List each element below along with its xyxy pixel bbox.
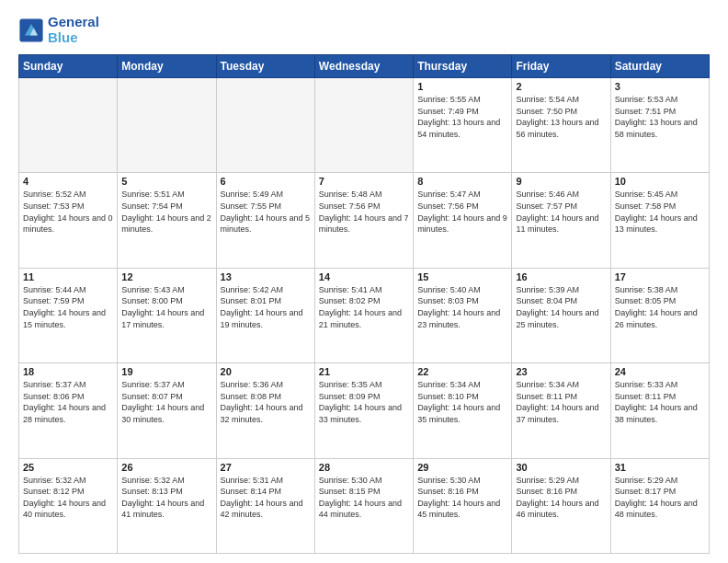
cell-day-number: 17: [615, 271, 705, 282]
cell-info: Sunrise: 5:54 AMSunset: 7:50 PMDaylight:…: [516, 94, 606, 140]
calendar-cell: 10Sunrise: 5:45 AMSunset: 7:58 PMDayligh…: [610, 173, 709, 268]
cell-info: Sunrise: 5:32 AMSunset: 8:12 PMDaylight:…: [23, 475, 113, 521]
calendar-cell: 15Sunrise: 5:40 AMSunset: 8:03 PMDayligh…: [414, 268, 512, 362]
cell-info: Sunrise: 5:44 AMSunset: 7:59 PMDaylight:…: [23, 284, 113, 330]
cell-info: Sunrise: 5:46 AMSunset: 7:57 PMDaylight:…: [516, 189, 606, 235]
cell-day-number: 18: [23, 366, 113, 377]
calendar-cell: 12Sunrise: 5:43 AMSunset: 8:00 PMDayligh…: [118, 268, 216, 362]
cell-day-number: 11: [23, 271, 113, 282]
calendar-cell: 25Sunrise: 5:32 AMSunset: 8:12 PMDayligh…: [19, 458, 118, 553]
cell-info: Sunrise: 5:47 AMSunset: 7:56 PMDaylight:…: [417, 189, 507, 235]
cell-info: Sunrise: 5:52 AMSunset: 7:53 PMDaylight:…: [23, 189, 113, 235]
cell-info: Sunrise: 5:29 AMSunset: 8:16 PMDaylight:…: [516, 475, 606, 521]
calendar-cell: 22Sunrise: 5:34 AMSunset: 8:10 PMDayligh…: [414, 363, 512, 458]
cell-day-number: 19: [121, 366, 211, 377]
cell-info: Sunrise: 5:30 AMSunset: 8:16 PMDaylight:…: [417, 475, 507, 521]
calendar-cell: 19Sunrise: 5:37 AMSunset: 8:07 PMDayligh…: [118, 363, 216, 458]
calendar-cell: 28Sunrise: 5:30 AMSunset: 8:15 PMDayligh…: [314, 458, 413, 553]
calendar-cell: 17Sunrise: 5:38 AMSunset: 8:05 PMDayligh…: [610, 268, 709, 362]
calendar-cell: 9Sunrise: 5:46 AMSunset: 7:57 PMDaylight…: [512, 173, 610, 268]
col-header-tuesday: Tuesday: [216, 55, 314, 78]
cell-info: Sunrise: 5:51 AMSunset: 7:54 PMDaylight:…: [121, 189, 211, 235]
calendar-week-3: 11Sunrise: 5:44 AMSunset: 7:59 PMDayligh…: [19, 268, 710, 362]
calendar-cell: 26Sunrise: 5:32 AMSunset: 8:13 PMDayligh…: [118, 458, 216, 553]
cell-day-number: 15: [417, 271, 507, 282]
cell-day-number: 27: [221, 462, 311, 473]
calendar-cell: 6Sunrise: 5:49 AMSunset: 7:55 PMDaylight…: [216, 173, 314, 268]
header: General Blue: [18, 15, 710, 45]
cell-day-number: 28: [319, 462, 409, 473]
cell-info: Sunrise: 5:43 AMSunset: 8:00 PMDaylight:…: [121, 284, 211, 330]
calendar-cell: 30Sunrise: 5:29 AMSunset: 8:16 PMDayligh…: [512, 458, 610, 553]
calendar-cell: [19, 78, 118, 173]
cell-day-number: 30: [516, 462, 606, 473]
calendar-cell: 16Sunrise: 5:39 AMSunset: 8:04 PMDayligh…: [512, 268, 610, 362]
calendar-week-2: 4Sunrise: 5:52 AMSunset: 7:53 PMDaylight…: [19, 173, 710, 268]
cell-day-number: 5: [121, 176, 211, 187]
calendar-week-1: 1Sunrise: 5:55 AMSunset: 7:49 PMDaylight…: [19, 78, 710, 173]
cell-info: Sunrise: 5:42 AMSunset: 8:01 PMDaylight:…: [221, 284, 311, 330]
cell-info: Sunrise: 5:31 AMSunset: 8:14 PMDaylight:…: [221, 475, 311, 521]
cell-day-number: 21: [319, 366, 409, 377]
cell-day-number: 1: [417, 81, 507, 92]
calendar-cell: 31Sunrise: 5:29 AMSunset: 8:17 PMDayligh…: [610, 458, 709, 553]
cell-day-number: 3: [615, 81, 705, 92]
cell-info: Sunrise: 5:55 AMSunset: 7:49 PMDaylight:…: [417, 94, 507, 140]
calendar-cell: [314, 78, 413, 173]
col-header-monday: Monday: [118, 55, 216, 78]
cell-info: Sunrise: 5:34 AMSunset: 8:11 PMDaylight:…: [516, 379, 606, 425]
calendar-cell: [216, 78, 314, 173]
cell-day-number: 23: [516, 366, 606, 377]
calendar-cell: 2Sunrise: 5:54 AMSunset: 7:50 PMDaylight…: [512, 78, 610, 173]
cell-info: Sunrise: 5:32 AMSunset: 8:13 PMDaylight:…: [121, 475, 211, 521]
cell-day-number: 31: [615, 462, 705, 473]
calendar-cell: 20Sunrise: 5:36 AMSunset: 8:08 PMDayligh…: [216, 363, 314, 458]
calendar-cell: 4Sunrise: 5:52 AMSunset: 7:53 PMDaylight…: [19, 173, 118, 268]
col-header-thursday: Thursday: [414, 55, 512, 78]
cell-day-number: 8: [417, 176, 507, 187]
cell-day-number: 20: [221, 366, 311, 377]
calendar-cell: 8Sunrise: 5:47 AMSunset: 7:56 PMDaylight…: [414, 173, 512, 268]
calendar-cell: 5Sunrise: 5:51 AMSunset: 7:54 PMDaylight…: [118, 173, 216, 268]
col-header-saturday: Saturday: [610, 55, 709, 78]
cell-day-number: 26: [121, 462, 211, 473]
calendar-cell: 3Sunrise: 5:53 AMSunset: 7:51 PMDaylight…: [610, 78, 709, 173]
cell-info: Sunrise: 5:48 AMSunset: 7:56 PMDaylight:…: [319, 189, 409, 235]
cell-day-number: 25: [23, 462, 113, 473]
cell-info: Sunrise: 5:39 AMSunset: 8:04 PMDaylight:…: [516, 284, 606, 330]
cell-info: Sunrise: 5:49 AMSunset: 7:55 PMDaylight:…: [221, 189, 311, 235]
logo-icon: [18, 17, 44, 43]
calendar-table: SundayMondayTuesdayWednesdayThursdayFrid…: [18, 54, 710, 554]
calendar-cell: 13Sunrise: 5:42 AMSunset: 8:01 PMDayligh…: [216, 268, 314, 362]
logo-text: General Blue: [48, 15, 99, 45]
cell-info: Sunrise: 5:35 AMSunset: 8:09 PMDaylight:…: [319, 379, 409, 425]
cell-day-number: 7: [319, 176, 409, 187]
cell-info: Sunrise: 5:37 AMSunset: 8:06 PMDaylight:…: [23, 379, 113, 425]
cell-day-number: 6: [221, 176, 311, 187]
calendar-cell: 14Sunrise: 5:41 AMSunset: 8:02 PMDayligh…: [314, 268, 413, 362]
calendar-cell: 21Sunrise: 5:35 AMSunset: 8:09 PMDayligh…: [314, 363, 413, 458]
cell-info: Sunrise: 5:34 AMSunset: 8:10 PMDaylight:…: [417, 379, 507, 425]
logo: General Blue: [18, 15, 99, 45]
col-header-friday: Friday: [512, 55, 610, 78]
cell-day-number: 29: [417, 462, 507, 473]
calendar-cell: 27Sunrise: 5:31 AMSunset: 8:14 PMDayligh…: [216, 458, 314, 553]
calendar-cell: 24Sunrise: 5:33 AMSunset: 8:11 PMDayligh…: [610, 363, 709, 458]
cell-info: Sunrise: 5:38 AMSunset: 8:05 PMDaylight:…: [615, 284, 705, 330]
calendar-cell: [118, 78, 216, 173]
cell-info: Sunrise: 5:41 AMSunset: 8:02 PMDaylight:…: [319, 284, 409, 330]
calendar-cell: 1Sunrise: 5:55 AMSunset: 7:49 PMDaylight…: [414, 78, 512, 173]
cell-info: Sunrise: 5:36 AMSunset: 8:08 PMDaylight:…: [221, 379, 311, 425]
col-header-wednesday: Wednesday: [314, 55, 413, 78]
calendar-cell: 29Sunrise: 5:30 AMSunset: 8:16 PMDayligh…: [414, 458, 512, 553]
cell-info: Sunrise: 5:37 AMSunset: 8:07 PMDaylight:…: [121, 379, 211, 425]
cell-day-number: 10: [615, 176, 705, 187]
cell-day-number: 2: [516, 81, 606, 92]
calendar-cell: 7Sunrise: 5:48 AMSunset: 7:56 PMDaylight…: [314, 173, 413, 268]
cell-day-number: 16: [516, 271, 606, 282]
cell-day-number: 12: [121, 271, 211, 282]
cell-info: Sunrise: 5:29 AMSunset: 8:17 PMDaylight:…: [615, 475, 705, 521]
cell-day-number: 22: [417, 366, 507, 377]
col-header-sunday: Sunday: [19, 55, 118, 78]
cell-day-number: 9: [516, 176, 606, 187]
